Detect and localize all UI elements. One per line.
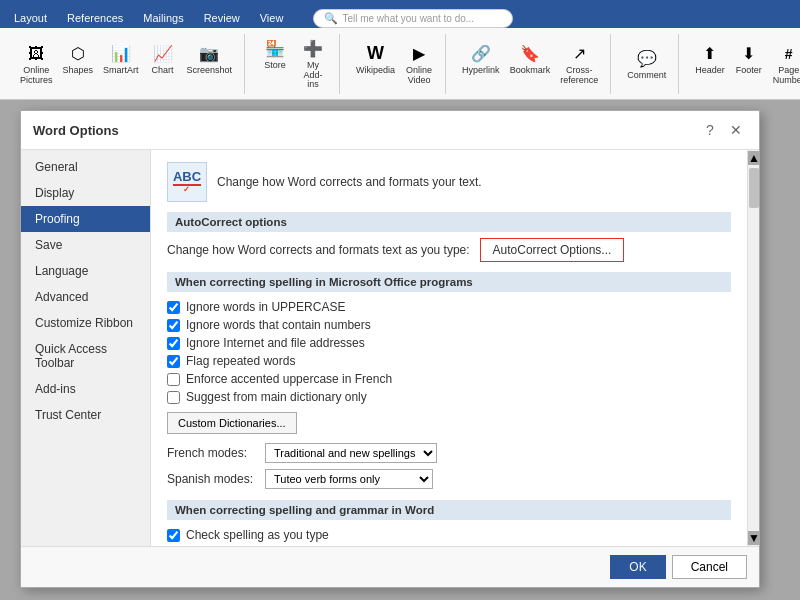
search-placeholder: Tell me what you want to do... [342, 13, 474, 24]
hyperlink-btn[interactable]: 🔗 Hyperlink [458, 40, 504, 88]
footer-icon: ⬇ [737, 42, 761, 66]
smartart-icon: 📊 [109, 42, 133, 66]
ribbon-tab-view[interactable]: View [250, 8, 294, 28]
screenshot-icon: 📷 [197, 42, 221, 66]
screenshot-btn[interactable]: 📷 Screenshot [183, 40, 237, 88]
links-group: 🔗 Hyperlink 🔖 Bookmark ↗ Cross-reference [450, 34, 611, 94]
shapes-btn[interactable]: ⬡ Shapes [59, 40, 98, 88]
store-btn[interactable]: 🏪 Store [257, 35, 293, 93]
comment-label: Comment [627, 71, 666, 81]
search-icon: 🔍 [324, 12, 338, 25]
addins-group: 🏪 Store ➕ My Add-ins [249, 34, 340, 94]
wikipedia-label: Wikipedia [356, 66, 395, 76]
page-number-label: PageNumber [773, 66, 800, 86]
online-video-btn[interactable]: ▶ OnlineVideo [401, 40, 437, 88]
comments-group: 💬 Comment [615, 34, 679, 94]
chart-label: Chart [152, 66, 174, 76]
media-group: W Wikipedia ▶ OnlineVideo [344, 34, 446, 94]
comment-btn[interactable]: 💬 Comment [623, 45, 670, 83]
chart-btn[interactable]: 📈 Chart [145, 40, 181, 88]
online-video-label: OnlineVideo [406, 66, 432, 86]
ribbon-content: 🖼 OnlinePictures ⬡ Shapes 📊 SmartArt 📈 C… [0, 28, 800, 100]
illustrations-group: 🖼 OnlinePictures ⬡ Shapes 📊 SmartArt 📈 C… [8, 34, 245, 94]
wikipedia-btn[interactable]: W Wikipedia [352, 40, 399, 88]
bookmark-btn[interactable]: 🔖 Bookmark [506, 40, 555, 88]
addins-icon: ➕ [301, 37, 325, 61]
addins-label: My Add-ins [299, 61, 327, 91]
store-label: Store [264, 61, 286, 71]
online-video-icon: ▶ [407, 42, 431, 66]
screenshot-label: Screenshot [187, 66, 233, 76]
shapes-label: Shapes [63, 66, 94, 76]
my-addins-btn[interactable]: ➕ My Add-ins [295, 35, 331, 93]
bookmark-label: Bookmark [510, 66, 551, 76]
ribbon-tab-references[interactable]: References [57, 8, 133, 28]
comment-icon: 💬 [635, 47, 659, 71]
footer-label: Footer [736, 66, 762, 76]
online-pictures-label: OnlinePictures [20, 66, 53, 86]
cross-reference-btn[interactable]: ↗ Cross-reference [556, 40, 602, 88]
store-icon: 🏪 [263, 37, 287, 61]
smartart-label: SmartArt [103, 66, 139, 76]
ribbon-tab-review[interactable]: Review [194, 8, 250, 28]
hyperlink-icon: 🔗 [469, 42, 493, 66]
header-footer-group: ⬆ Header ⬇ Footer # PageNumber [683, 34, 800, 94]
hyperlink-label: Hyperlink [462, 66, 500, 76]
bookmark-icon: 🔖 [518, 42, 542, 66]
header-icon: ⬆ [698, 42, 722, 66]
ribbon-tab-layout[interactable]: Layout [4, 8, 57, 28]
header-btn[interactable]: ⬆ Header [691, 40, 729, 88]
shapes-icon: ⬡ [66, 42, 90, 66]
ribbon-tab-mailings[interactable]: Mailings [133, 8, 193, 28]
search-bar[interactable]: 🔍 Tell me what you want to do... [313, 9, 513, 28]
cross-reference-label: Cross-reference [560, 66, 598, 86]
smartart-btn[interactable]: 📊 SmartArt [99, 40, 143, 88]
page-number-icon: # [777, 42, 800, 66]
online-pictures-btn[interactable]: 🖼 OnlinePictures [16, 40, 57, 88]
footer-btn[interactable]: ⬇ Footer [731, 40, 767, 88]
page-number-btn[interactable]: # PageNumber [769, 40, 800, 88]
cross-reference-icon: ↗ [567, 42, 591, 66]
header-label: Header [695, 66, 725, 76]
ribbon-tabs: Layout References Mailings Review View 🔍… [0, 0, 800, 28]
chart-icon: 📈 [151, 42, 175, 66]
online-pictures-icon: 🖼 [24, 42, 48, 66]
wikipedia-icon: W [364, 42, 388, 66]
